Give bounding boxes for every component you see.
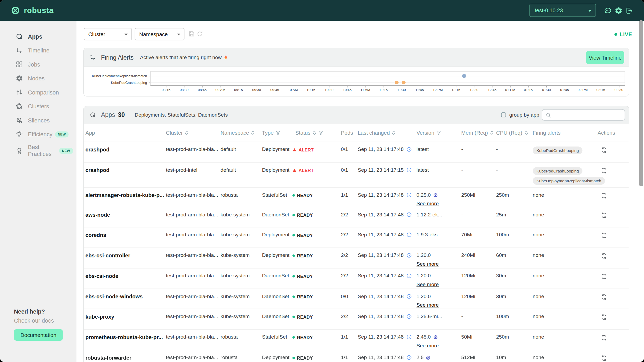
cell-last-changed: Sep 11, 23 14:17:48	[358, 147, 412, 153]
sidebar-item-silences[interactable]: Silences	[0, 113, 76, 127]
sort-icon[interactable]	[251, 130, 255, 135]
cell-status-ready: READY	[292, 274, 313, 279]
status-label: READY	[297, 274, 313, 279]
filter-icon[interactable]	[276, 130, 281, 135]
chart-point[interactable]	[395, 80, 398, 84]
restart-icon[interactable]	[601, 192, 608, 199]
cell-app-name[interactable]: crashpod	[85, 167, 109, 173]
column-header-mem-req-[interactable]: Mem (Req)	[461, 130, 494, 136]
clock-icon[interactable]	[406, 147, 412, 153]
logout-icon[interactable]	[625, 6, 633, 15]
sidebar-item-clusters[interactable]: Clusters	[0, 99, 76, 113]
documentation-button[interactable]: Documentation	[14, 329, 63, 341]
see-more-link[interactable]: See more	[417, 282, 439, 287]
clock-icon[interactable]	[406, 294, 412, 299]
clock-icon[interactable]	[406, 355, 412, 360]
restart-icon[interactable]	[601, 334, 608, 341]
restart-icon[interactable]	[601, 232, 608, 239]
clock-icon[interactable]	[406, 252, 412, 258]
column-header-version[interactable]: Version	[417, 130, 441, 136]
restart-icon[interactable]	[601, 273, 608, 280]
cell-app-name[interactable]: ebs-csi-controller	[85, 252, 130, 258]
clock-icon[interactable]	[406, 192, 412, 198]
clock-icon[interactable]	[406, 273, 412, 279]
column-header-type[interactable]: Type	[262, 130, 281, 136]
cell-app-name[interactable]: ebs-csi-node-windows	[85, 294, 143, 300]
cell-pods: 2/2	[341, 252, 348, 258]
sort-icon[interactable]	[185, 130, 189, 135]
chart-x-label: 10 AM	[288, 88, 298, 92]
alert-chip[interactable]: KubePodCrashLooping	[533, 167, 582, 175]
chart-x-tick	[220, 86, 221, 87]
restart-icon[interactable]	[601, 212, 608, 219]
sort-icon[interactable]	[524, 130, 528, 135]
reset-filters-icon[interactable]	[196, 30, 203, 37]
see-more-link[interactable]: See more	[417, 343, 439, 349]
sidebar-item-comparison[interactable]: Comparison	[0, 85, 76, 99]
sidebar-item-nodes[interactable]: Nodes	[0, 71, 76, 85]
column-header-status[interactable]: Status	[295, 130, 323, 136]
filter-icon[interactable]	[436, 130, 441, 135]
cell-mem-req: 120Mi	[461, 294, 475, 299]
cell-app-name[interactable]: ebs-csi-node	[85, 273, 119, 279]
scrollbar-thumb[interactable]	[639, 20, 643, 187]
chart-point[interactable]	[402, 80, 406, 84]
chat-icon[interactable]	[604, 6, 612, 15]
restart-icon[interactable]	[601, 147, 608, 154]
see-more-link[interactable]: See more	[417, 261, 439, 267]
chart-point[interactable]	[462, 74, 466, 78]
sidebar-item-jobs[interactable]: Jobs	[0, 57, 76, 71]
cell-app-name[interactable]: crashpod	[85, 147, 109, 153]
sort-icon[interactable]	[392, 130, 396, 135]
robusta-dashboard: robusta test-0.10.23 AppsTimelineJobsNod…	[0, 0, 644, 362]
clock-icon[interactable]	[406, 167, 412, 173]
clock-icon[interactable]	[406, 314, 412, 319]
sort-icon[interactable]	[312, 130, 316, 135]
alert-chip[interactable]: KubePodCrashLooping	[533, 147, 582, 154]
column-header-cluster[interactable]: Cluster	[166, 130, 189, 136]
alert-chip[interactable]: KubeDeploymentReplicasMismatch	[533, 177, 605, 185]
see-more-link[interactable]: See more	[417, 201, 439, 207]
view-timeline-button[interactable]: View Timeline	[586, 51, 624, 64]
group-by-app-checkbox[interactable]	[501, 113, 506, 118]
restart-icon[interactable]	[601, 314, 608, 320]
restart-icon[interactable]	[601, 252, 608, 259]
cell-app-name[interactable]: alertmanager-robusta-kube-p...	[85, 192, 164, 198]
search-input[interactable]	[552, 110, 625, 120]
version-select[interactable]: test-0.10.23	[529, 4, 596, 17]
sidebar-item-timeline[interactable]: Timeline	[0, 43, 76, 57]
sidebar-item-efficiency[interactable]: EfficiencyNEW	[0, 127, 76, 141]
cell-version: 1.20.0	[417, 294, 431, 299]
cell-app-name[interactable]: coredns	[85, 232, 106, 238]
cell-app-name[interactable]: robusta-forwarder	[85, 355, 132, 361]
cell-last-changed: Sep 11, 23 14:17:15	[358, 167, 412, 173]
cell-app-name[interactable]: kube-proxy	[85, 314, 114, 320]
chart-x-tick	[619, 86, 619, 87]
cluster-filter[interactable]: Cluster	[84, 28, 132, 40]
ready-dot-icon	[292, 336, 295, 339]
brand[interactable]: robusta	[11, 0, 54, 21]
namespace-filter[interactable]: Namespace	[135, 28, 185, 40]
sort-icon[interactable]	[490, 130, 494, 135]
save-filters-icon[interactable]	[188, 30, 195, 37]
cell-app-name[interactable]: aws-node	[85, 212, 110, 218]
sidebar-item-best-practices[interactable]: Best PracticesNEW	[0, 141, 76, 160]
chart-x-label: 11:30	[397, 88, 406, 92]
clock-icon[interactable]	[406, 232, 412, 238]
clock-icon[interactable]	[406, 212, 412, 218]
see-more-link[interactable]: See more	[417, 302, 439, 308]
column-header-namespace[interactable]: Namespace	[221, 130, 255, 136]
restart-icon[interactable]	[601, 167, 608, 174]
version-value: 1.20.0	[417, 273, 431, 279]
column-header-cpu-req-[interactable]: CPU (Req)	[496, 130, 528, 136]
clock-icon[interactable]	[406, 334, 412, 340]
restart-icon[interactable]	[601, 294, 608, 301]
gear-icon[interactable]	[614, 6, 623, 15]
cell-app-name[interactable]: prometheus-robusta-kube-pr...	[85, 334, 163, 340]
filter-icon[interactable]	[318, 130, 323, 135]
cell-mem-req: 512Mi	[461, 355, 475, 360]
sidebar-item-apps[interactable]: Apps	[0, 30, 76, 43]
restart-icon[interactable]	[601, 355, 608, 361]
help-subtitle[interactable]: Check our docs	[14, 317, 71, 324]
column-header-last-changed[interactable]: Last changed	[358, 130, 396, 136]
